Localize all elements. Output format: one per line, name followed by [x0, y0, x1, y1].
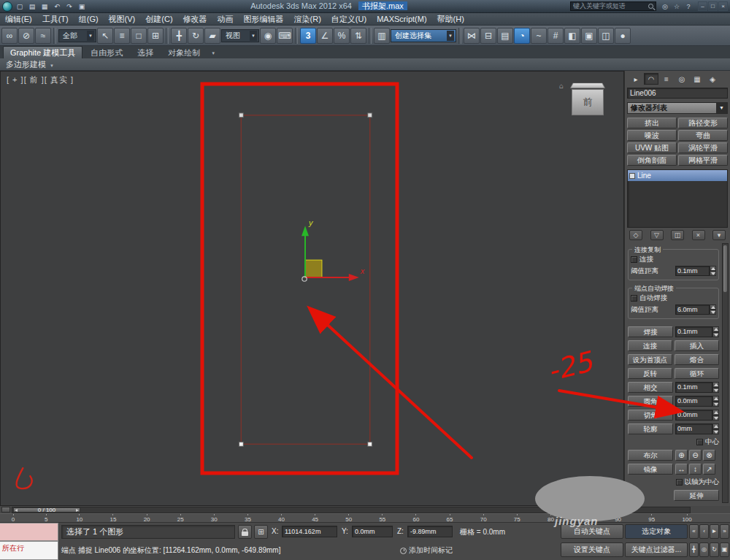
open-mini-curve-editor-button[interactable]	[1, 507, 10, 513]
remove-modifier-icon[interactable]: ×	[692, 230, 705, 240]
previous-frame-arrow-icon[interactable]	[15, 509, 18, 512]
curve-editor-icon[interactable]: ~	[531, 28, 547, 44]
spinner-value[interactable]: 0.0mm	[675, 396, 712, 407]
boolean-button[interactable]: 布尔	[628, 450, 673, 461]
modifier-button[interactable]: 涡轮平滑	[678, 142, 728, 153]
selection-lock-toggle[interactable]	[238, 525, 252, 539]
absolute-mode-toggle[interactable]: ⊞	[254, 525, 268, 539]
connect-button[interactable]: 连接	[628, 340, 672, 351]
orbit-view-button[interactable]: ↻	[710, 542, 719, 557]
insert-button[interactable]: 插入	[675, 340, 719, 351]
spinner-up-icon[interactable]	[712, 410, 719, 415]
unlink-selection-icon[interactable]: ⊘	[18, 28, 34, 44]
ribbon-minimize-caret-icon[interactable]	[208, 47, 218, 58]
angle-snap-toggle-icon[interactable]: ∠	[317, 28, 333, 44]
ribbon-tab-graphite[interactable]: Graphite 建模工具	[3, 46, 82, 58]
spinner-down-icon[interactable]	[712, 429, 719, 435]
3ds-max-logo-icon[interactable]	[2, 1, 12, 12]
play-animation-button[interactable]: ►	[710, 524, 719, 539]
modifier-button[interactable]: 倒角剖面	[627, 155, 677, 166]
favorites-icon[interactable]: ☆	[672, 1, 682, 12]
connect-threshold-spinner[interactable]: 0.1mm	[675, 266, 716, 276]
modifier-button[interactable]: 弯曲	[678, 130, 728, 141]
percent-snap-toggle-icon[interactable]: %	[334, 28, 350, 44]
boolean-subtract-icon[interactable]: ⊖	[689, 450, 702, 461]
configure-modifier-sets-icon[interactable]: ▾	[712, 230, 726, 240]
restore-icon[interactable]: □	[708, 1, 718, 11]
menu-item[interactable]: MAXScript(M)	[372, 13, 431, 26]
chamfer-spinner[interactable]: 0.0mm	[675, 410, 719, 421]
vertex-handle[interactable]	[368, 442, 372, 446]
material-editor-icon[interactable]: ◧	[564, 28, 580, 44]
menu-item[interactable]: 自定义(U)	[326, 13, 372, 26]
maxscript-mini-listener[interactable]: 所在行	[0, 541, 58, 560]
viewcube-home-icon[interactable]: ⌂	[559, 82, 564, 90]
center-checkbox[interactable]	[696, 439, 703, 445]
menu-item[interactable]: 图形编辑器	[239, 13, 289, 26]
spinner-value[interactable]: 0mm	[675, 423, 712, 434]
cycle-button[interactable]: 循环	[675, 368, 719, 379]
previous-frame-button[interactable]: ‹	[699, 524, 709, 539]
ribbon-tab-selection[interactable]: 选择	[131, 47, 160, 58]
macro-recorder-pane[interactable]	[0, 523, 58, 541]
menu-item[interactable]: 动画	[212, 13, 239, 26]
menu-item[interactable]: 视图(V)	[104, 13, 141, 26]
select-and-manipulate-icon[interactable]: ◉	[260, 28, 276, 44]
menu-item[interactable]: 编辑(E)	[0, 13, 37, 26]
spinner-down-icon[interactable]	[710, 271, 716, 276]
utilities-tab-icon[interactable]: ◈	[705, 73, 720, 85]
make-first-button[interactable]: 设为首顶点	[628, 354, 672, 365]
menu-item[interactable]: 创建(C)	[140, 13, 177, 26]
boolean-union-icon[interactable]: ⊕	[675, 450, 688, 461]
mirror-icon[interactable]: ⋈	[464, 28, 480, 44]
redo-icon[interactable]: ↷	[64, 1, 75, 12]
spinner-down-icon[interactable]	[712, 332, 719, 338]
menu-item[interactable]: 修改器	[178, 13, 212, 26]
dropdown-caret-icon[interactable]	[250, 31, 257, 41]
select-and-move-icon[interactable]: ╋	[171, 28, 187, 44]
modifier-button[interactable]: 路径变形	[678, 118, 728, 129]
chamfer-button[interactable]: 切角	[628, 410, 673, 421]
pin-stack-icon[interactable]: ◇	[629, 230, 642, 240]
zoom-view-button[interactable]: ◎	[699, 542, 709, 557]
spinner-up-icon[interactable]	[712, 382, 719, 388]
rectangular-selection-region-icon[interactable]: □	[131, 28, 147, 44]
z-coord-field[interactable]: -9.89mm	[407, 526, 453, 537]
select-and-scale-icon[interactable]: ▰	[204, 28, 220, 44]
display-tab-icon[interactable]: ▦	[690, 73, 704, 85]
spinner-up-icon[interactable]	[712, 423, 719, 429]
object-name-field[interactable]: Line006	[627, 88, 728, 99]
cross-insert-button[interactable]: 相交	[628, 382, 673, 393]
spinner-down-icon[interactable]	[712, 388, 719, 394]
gizmo-xy-plane-handle[interactable]	[305, 260, 322, 277]
spinner-value[interactable]: 0.1mm	[675, 326, 712, 337]
select-and-rotate-icon[interactable]: ↻	[188, 28, 204, 44]
snaps-toggle-3d-icon[interactable]: 3	[300, 28, 316, 44]
select-and-link-icon[interactable]: ∞	[1, 28, 18, 44]
motion-tab-icon[interactable]: ◎	[675, 73, 689, 85]
ribbon-tab-freeform[interactable]: 自由形式	[84, 47, 129, 58]
pan-view-button[interactable]: ╋	[689, 542, 699, 557]
close-icon[interactable]: ×	[718, 1, 728, 11]
menu-item[interactable]: 组(G)	[74, 13, 104, 26]
auto-weld-checkbox[interactable]	[631, 295, 637, 302]
project-folder-icon[interactable]: ▣	[76, 1, 88, 12]
keyboard-override-toggle-icon[interactable]: ⌨	[277, 28, 293, 44]
gizmo-origin-circle[interactable]	[302, 277, 307, 281]
add-time-tag[interactable]: 添加时间标记	[400, 545, 453, 556]
spinner-up-icon[interactable]	[712, 326, 719, 332]
modifier-button[interactable]: 噪波	[627, 130, 677, 141]
mirror-both-icon[interactable]: ↗	[703, 464, 715, 475]
go-to-end-button[interactable]: »	[720, 524, 729, 539]
reverse-button[interactable]: 反转	[628, 368, 672, 379]
spinner-up-icon[interactable]	[710, 266, 716, 271]
viewcube[interactable]: ⌂ 前	[561, 80, 613, 123]
selected-object-dropdown[interactable]: 选定对象	[625, 524, 688, 539]
fuse-button[interactable]: 熔合	[675, 354, 719, 365]
mirror-horizontal-icon[interactable]: ↔	[675, 464, 688, 475]
menu-item[interactable]: 帮助(H)	[432, 13, 469, 26]
panel-expand-caret-icon[interactable]	[50, 60, 54, 69]
fillet-spinner[interactable]: 0.0mm	[675, 396, 719, 407]
set-key-button[interactable]: 设置关键点	[561, 542, 623, 557]
spinner-down-icon[interactable]	[710, 310, 716, 315]
